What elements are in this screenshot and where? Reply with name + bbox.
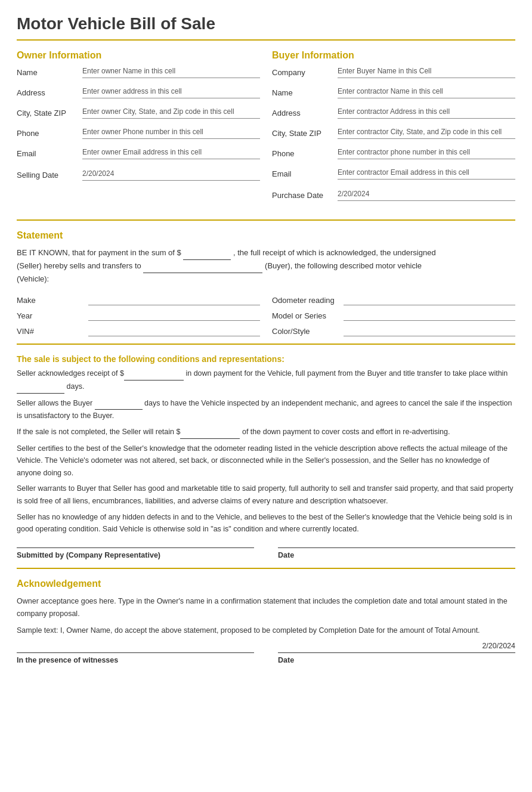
buyer-purchase-date-row: Purchase Date 2/20/2024 <box>272 190 515 206</box>
conditions-blank-2[interactable] <box>180 426 240 439</box>
vehicle-color-value[interactable] <box>344 326 515 336</box>
vehicle-year-row: Year <box>17 310 260 321</box>
vehicle-color-row: Color/Style <box>272 326 515 336</box>
conditions-blank-days-2[interactable] <box>95 397 143 410</box>
buyer-email-row: Email Enter contractor Email address in … <box>272 168 515 185</box>
submitted-by-label: Submitted by (Company Representative) <box>17 551 160 559</box>
buyer-purchase-date-value[interactable]: 2/20/2024 <box>338 190 515 201</box>
owner-address-row: Address Enter owner address in this cell <box>17 87 260 104</box>
vehicle-year-value[interactable] <box>88 310 260 321</box>
owner-city-value[interactable]: Enter owner City, State, and Zip code in… <box>82 107 260 119</box>
buyer-company-value[interactable]: Enter Buyer Name in this Cell <box>338 67 515 78</box>
doc-title: Motor Vehicle Bill of Sale <box>17 14 515 33</box>
statement-section: Statement BE IT KNOWN, that for payment … <box>17 230 515 285</box>
buyer-phone-row: Phone Enter contractor phone number in t… <box>272 148 515 165</box>
owner-phone-value[interactable]: Enter owner Phone number in this cell <box>82 128 260 139</box>
owner-selling-date-label: Selling Date <box>17 169 82 180</box>
statement-text: BE IT KNOWN, that for payment in the sum… <box>17 247 515 285</box>
statement-sum-blank[interactable] <box>183 247 231 260</box>
conditions-para-4: Seller certifies to the best of the Sell… <box>17 443 515 479</box>
owner-column: Owner Information Name Enter owner Name … <box>17 50 260 210</box>
owner-email-row: Email Enter owner Email address in this … <box>17 148 260 165</box>
ack-divider <box>17 568 515 569</box>
conditions-para-1: Seller acknowledges receipt of $ in down… <box>17 367 515 393</box>
vehicle-year-label: Year <box>17 311 88 320</box>
conditions-blank-1[interactable] <box>124 367 184 380</box>
conditions-para-6: Seller has no knowledge of any hidden de… <box>17 511 515 536</box>
vehicle-vin-label: VIN# <box>17 327 88 336</box>
owner-section-title: Owner Information <box>17 50 260 61</box>
buyer-city-row: City, State ZIP Enter contractor City, S… <box>272 128 515 144</box>
sig-date-label: Date <box>278 551 294 559</box>
vehicle-model-row: Model or Series <box>272 310 515 321</box>
vehicle-odometer-label: Odometer reading <box>272 296 344 305</box>
conditions-divider <box>17 344 515 345</box>
conditions-para-5: Seller warrants to Buyer that Seller has… <box>17 482 515 507</box>
ack-text-1: Owner acceptance goes here. Type in the … <box>17 595 515 620</box>
ack-witness-row: In the presence of witnesses Date <box>17 652 515 664</box>
buyer-column: Buyer Information Company Enter Buyer Na… <box>272 50 515 210</box>
buyer-address-label: Address <box>272 107 338 117</box>
vehicle-odometer-value[interactable] <box>344 295 515 305</box>
submitted-by-block: Submitted by (Company Representative) <box>17 547 254 559</box>
info-grid: Owner Information Name Enter owner Name … <box>17 50 515 210</box>
owner-name-value[interactable]: Enter owner Name in this cell <box>82 67 260 78</box>
vehicle-color-label: Color/Style <box>272 327 344 336</box>
owner-selling-date-value[interactable]: 2/20/2024 <box>82 169 260 181</box>
ack-date-area: 2/20/2024 <box>17 642 515 650</box>
buyer-city-value[interactable]: Enter contractor City, State, and Zip co… <box>338 128 515 139</box>
submitted-by-line <box>17 547 254 548</box>
acknowledgement-section: Acknowledgement Owner acceptance goes he… <box>17 578 515 664</box>
buyer-address-row: Address Enter contractor Address in this… <box>272 107 515 124</box>
owner-email-value[interactable]: Enter owner Email address in this cell <box>82 148 260 159</box>
vehicle-make-label: Make <box>17 296 88 305</box>
conditions-section: The sale is subject to the following con… <box>17 354 515 536</box>
statement-buyer-blank[interactable] <box>143 260 262 273</box>
buyer-phone-label: Phone <box>272 148 338 158</box>
conditions-blank-days-1[interactable] <box>17 380 64 394</box>
conditions-para-3: If the sale is not completed, the Seller… <box>17 426 515 439</box>
buyer-email-label: Email <box>272 168 338 178</box>
vehicle-grid: Make Odometer reading Year Model or Seri… <box>17 295 515 336</box>
buyer-address-value[interactable]: Enter contractor Address in this cell <box>338 107 515 119</box>
ack-date-sig-line <box>278 652 515 653</box>
owner-city-row: City, State ZIP Enter owner City, State,… <box>17 107 260 124</box>
vehicle-model-value[interactable] <box>344 310 515 321</box>
owner-address-value[interactable]: Enter owner address in this cell <box>82 87 260 98</box>
vehicle-make-value[interactable] <box>88 295 260 305</box>
buyer-purchase-date-label: Purchase Date <box>272 190 338 200</box>
ack-witness-block: In the presence of witnesses <box>17 652 254 664</box>
statement-text1: BE IT KNOWN, that for payment in the sum… <box>17 248 181 257</box>
buyer-name-value[interactable]: Enter contractor Name in this cell <box>338 87 515 98</box>
buyer-city-label: City, State ZIP <box>272 128 338 138</box>
vehicle-vin-value[interactable] <box>88 326 260 336</box>
buyer-company-label: Company <box>272 67 338 77</box>
owner-phone-row: Phone Enter owner Phone number in this c… <box>17 128 260 144</box>
buyer-phone-value[interactable]: Enter contractor phone number in this ce… <box>338 148 515 159</box>
conditions-title: The sale is subject to the following con… <box>17 354 515 364</box>
ack-witness-label: In the presence of witnesses <box>17 656 118 664</box>
buyer-section-title: Buyer Information <box>272 50 515 61</box>
ack-witness-line <box>17 652 254 653</box>
statement-divider <box>17 219 515 221</box>
buyer-company-row: Company Enter Buyer Name in this Cell <box>272 67 515 83</box>
owner-name-label: Name <box>17 67 82 77</box>
statement-text4: (Buyer), the following described motor v… <box>265 261 422 270</box>
owner-address-label: Address <box>17 87 82 97</box>
sig-date-block: Date <box>278 547 515 559</box>
buyer-email-value[interactable]: Enter contractor Email address in this c… <box>338 168 515 180</box>
vehicle-make-row: Make <box>17 295 260 305</box>
owner-phone-label: Phone <box>17 128 82 138</box>
vehicle-odometer-row: Odometer reading <box>272 295 515 305</box>
statement-text5: (Vehicle): <box>17 274 49 283</box>
ack-date-block: Date <box>278 652 515 664</box>
statement-text3: (Seller) hereby sells and transfers to <box>17 261 141 270</box>
statement-title: Statement <box>17 230 515 241</box>
owner-email-label: Email <box>17 148 82 158</box>
ack-date-sig-label: Date <box>278 656 294 664</box>
ack-text-2: Sample text: I, Owner Name, do accept th… <box>17 624 515 637</box>
buyer-name-row: Name Enter contractor Name in this cell <box>272 87 515 104</box>
ack-date: 2/20/2024 <box>482 642 515 650</box>
conditions-para-2: Seller allows the Buyer days to have the… <box>17 397 515 422</box>
top-divider <box>17 39 515 41</box>
